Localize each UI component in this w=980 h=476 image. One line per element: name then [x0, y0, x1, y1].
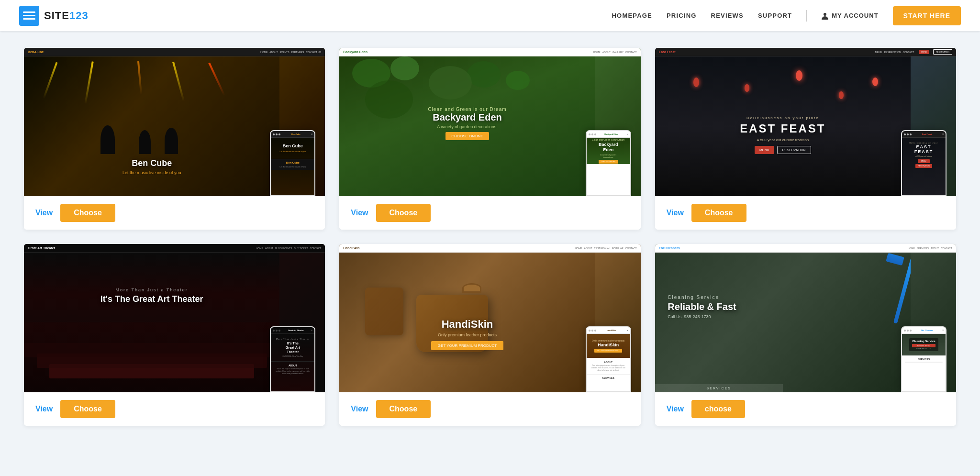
desktop-bg-cleaners: Cleaning Service Reliable & Fast Call Us… [655, 253, 911, 392]
mobile-mock-backyard: Backyard Eden ✕ Clean and Green is our D… [586, 130, 631, 196]
desktop-overlay-theater: More Than Just a Theater It's The Great … [24, 288, 279, 304]
choose-button-handiskin[interactable]: Choose [376, 400, 431, 418]
desktop-sitename-bencube: Ben-Cube [28, 50, 44, 54]
desktop-overlay-cleaners: Cleaning Service Reliable & Fast Call Us… [668, 295, 782, 319]
desktop-overlay-bencube: Ben Cube Let the music live inside of yo… [24, 158, 279, 175]
logo-icon [19, 6, 39, 26]
site-logo[interactable]: SITE123 [19, 6, 89, 26]
logo-text: SITE123 [44, 10, 89, 22]
template-preview-great-art-theater: Great Art Theater HOME ABOUT BLOG EVENTS… [24, 244, 325, 392]
mobile-content-backyard: Clean and Green is our Dream BackyardEde… [587, 138, 630, 195]
template-preview-backyard-eden: Backyard Eden HOMEABOUT GALLERYCONTACT C… [339, 48, 640, 196]
mobile-mock-cleaners: The Cleaners ✕ Cleaning Service Reliable… [901, 326, 947, 392]
account-icon [821, 12, 829, 20]
nav-pricing[interactable]: PRICING [667, 12, 697, 19]
mobile-content-cleaners: Cleaning Service Reliable & Fast Call Us… [902, 334, 946, 391]
desktop-overlay-eastfeast: Deliciousness on your plate EAST FEAST A… [655, 116, 911, 154]
mobile-bar-eastfeast: East Feast ✕ [902, 131, 946, 138]
mobile-mock-eastfeast: East Feast ✕ Deliciousness on your EASTF… [901, 130, 947, 196]
template-card-east-feast: East Feast MENU RESERVATION CONTACT MENU… [655, 48, 956, 230]
template-preview-handiskin: HandiSkin HOME ABOUT TESTIMONIAL POPULAR… [339, 244, 640, 392]
choose-button-backyard[interactable]: Choose [376, 204, 431, 222]
template-preview-the-cleaners: The Cleaners HOME SERVICES ABOUT CONTACT… [655, 244, 956, 392]
mobile-about-theater: ABOUT This is the page to share descript… [271, 361, 314, 377]
template-card-backyard-eden: Backyard Eden HOMEABOUT GALLERYCONTACT C… [339, 48, 640, 230]
desktop-bar-eastfeast: East Feast MENU RESERVATION CONTACT MENU… [655, 48, 956, 56]
template-card-ben-cube: Ben-Cube HOME ABOUT EVENTS PARTNERS CONT… [24, 48, 325, 230]
template-footer-theater: View Choose [24, 392, 325, 426]
desktop-bar-handiskin: HandiSkin HOME ABOUT TESTIMONIAL POPULAR… [339, 244, 640, 253]
desktop-bg-eastfeast: Deliciousness on your plate EAST FEAST A… [655, 56, 911, 196]
view-button-theater[interactable]: View [35, 405, 53, 413]
template-footer-eastfeast: View Choose [655, 196, 956, 230]
template-footer-ben-cube: View Choose [24, 196, 325, 230]
desktop-overlay-handiskin: HandiSkin Only premium leather products … [339, 318, 595, 350]
choose-button-ben-cube[interactable]: Choose [60, 204, 115, 222]
mobile-content-handiskin: Only premium leather products HandiSkin … [587, 334, 630, 391]
main-nav: HOMEPAGE PRICING REVIEWS SUPPORT MY ACCO… [612, 6, 961, 25]
desktop-bg-handiskin: HandiSkin Only premium leather products … [339, 253, 595, 392]
view-button-ben-cube[interactable]: View [35, 209, 53, 217]
template-preview-ben-cube: Ben-Cube HOME ABOUT EVENTS PARTNERS CONT… [24, 48, 325, 196]
mobile-bar-bencube: Ben-Cube ✕ [271, 131, 314, 138]
view-button-eastfeast[interactable]: View [667, 209, 684, 217]
start-here-button[interactable]: START HERE [893, 6, 961, 25]
nav-divider [806, 10, 807, 22]
mobile-mock-bencube: Ben-Cube ✕ Ben Cube Let the music live i… [270, 130, 315, 196]
nav-support[interactable]: SUPPORT [758, 12, 792, 19]
view-button-handiskin[interactable]: View [351, 405, 368, 413]
desktop-bar-theater: Great Art Theater HOME ABOUT BLOG EVENTS… [24, 244, 325, 253]
templates-grid: Ben-Cube HOME ABOUT EVENTS PARTNERS CONT… [0, 31, 980, 443]
mobile-mock-theater: Great Art Theater ✕ More Than Just a The… [270, 326, 315, 392]
choose-button-eastfeast[interactable]: Choose [691, 204, 746, 222]
mobile-content-eastfeast: Deliciousness on your EASTFEAST A 500 ye… [902, 138, 946, 195]
template-footer-cleaners: View choose [655, 392, 956, 426]
mobile-bar-theater: Great Art Theater ✕ [271, 327, 314, 334]
template-card-the-cleaners: The Cleaners HOME SERVICES ABOUT CONTACT… [655, 244, 956, 426]
nav-homepage[interactable]: HOMEPAGE [612, 12, 652, 19]
nav-my-account[interactable]: MY ACCOUNT [821, 12, 878, 20]
template-preview-east-feast: East Feast MENU RESERVATION CONTACT MENU… [655, 48, 956, 196]
template-card-great-art-theater: Great Art Theater HOME ABOUT BLOG EVENTS… [24, 244, 325, 426]
choose-button-cleaners[interactable]: choose [691, 400, 745, 418]
desktop-bg-backyard: Clean and Green is our Dream Backyard Ed… [339, 56, 595, 196]
desktop-bg-bencube: Ben Cube Let the music live inside of yo… [24, 56, 279, 196]
template-footer-backyard: View Choose [339, 196, 640, 230]
nav-reviews[interactable]: REVIEWS [711, 12, 744, 19]
mobile-mock-handiskin: HandiSkin ✕ Only premium leather product… [586, 326, 631, 392]
desktop-bg-theater: More Than Just a Theater It's The Great … [24, 253, 279, 392]
desktop-bar-cleaners: The Cleaners HOME SERVICES ABOUT CONTACT [655, 244, 956, 253]
desktop-nav-bencube: HOME ABOUT EVENTS PARTNERS CONTACT US [260, 51, 321, 54]
mobile-content-theater: More Than Just a Theater It's TheGreat A… [271, 334, 314, 391]
mobile-bar-backyard: Backyard Eden ✕ [587, 131, 630, 138]
template-footer-handiskin: View Choose [339, 392, 640, 426]
site-header: SITE123 HOMEPAGE PRICING REVIEWS SUPPORT… [0, 0, 980, 31]
mobile-bar-cleaners: The Cleaners ✕ [902, 327, 946, 334]
mobile-bar-handiskin: HandiSkin ✕ [587, 327, 630, 334]
desktop-bar-backyard: Backyard Eden HOMEABOUT GALLERYCONTACT [339, 48, 640, 56]
view-button-cleaners[interactable]: View [667, 405, 684, 413]
template-card-handiskin: HandiSkin HOME ABOUT TESTIMONIAL POPULAR… [339, 244, 640, 426]
mobile-content-bencube: Ben Cube Let the music live inside of yo… [271, 138, 314, 195]
desktop-overlay-backyard: Clean and Green is our Dream Backyard Ed… [339, 107, 595, 140]
choose-button-theater[interactable]: Choose [60, 400, 115, 418]
view-button-backyard[interactable]: View [351, 209, 368, 217]
